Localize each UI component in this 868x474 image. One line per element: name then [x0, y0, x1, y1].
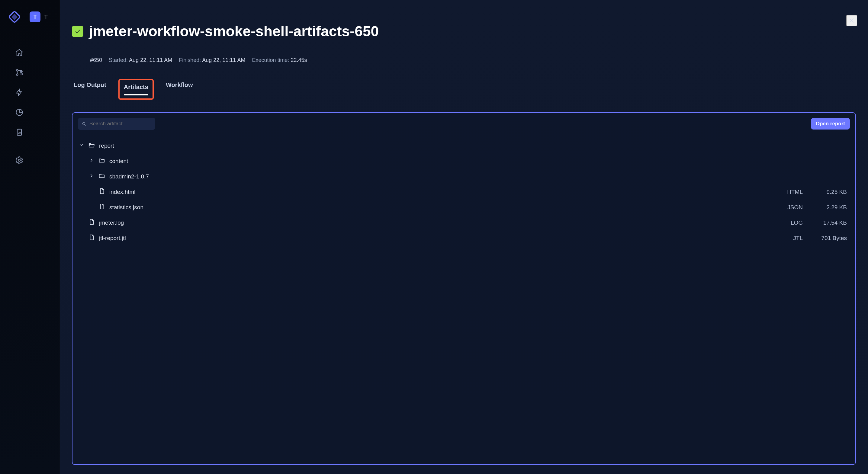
- file-type: JTL: [782, 235, 803, 242]
- tree-file[interactable]: statistics.json JSON 2.29 KB: [75, 201, 849, 214]
- chevron-spacer: [89, 205, 94, 210]
- file-type: LOG: [782, 220, 803, 226]
- modal-overlay: jmeter-workflow-smoke-shell-artifacts-65…: [60, 0, 868, 474]
- node-name: index.html: [109, 189, 135, 195]
- tree-folder[interactable]: content: [75, 155, 849, 167]
- run-number: #650: [90, 57, 102, 63]
- tree-folder[interactable]: sbadmin2-1.0.7: [75, 170, 849, 183]
- node-name: jtl-report.jtl: [99, 235, 126, 242]
- chevron-spacer: [89, 189, 94, 195]
- svg-rect-1: [11, 13, 18, 20]
- svg-point-8: [19, 159, 21, 161]
- artifacts-tree: report content sbadmin2-1.0.7 index.html…: [72, 135, 855, 248]
- nav-insights[interactable]: [11, 104, 28, 121]
- run-meta: #650 Started: Aug 22, 11:11 AM Finished:…: [90, 57, 856, 63]
- search-input[interactable]: [89, 121, 152, 127]
- folder-icon: [98, 172, 105, 181]
- tab-workflow[interactable]: Workflow: [164, 79, 194, 100]
- file-icon: [88, 219, 95, 227]
- run-details-sheet: jmeter-workflow-smoke-shell-artifacts-65…: [60, 0, 868, 474]
- nav-reports[interactable]: [11, 124, 28, 141]
- tree-file[interactable]: jtl-report.jtl JTL 701 Bytes: [75, 231, 849, 245]
- started-value: Aug 22, 11:11 AM: [129, 57, 172, 63]
- nav-home[interactable]: [11, 44, 28, 61]
- org-short: T: [44, 13, 48, 21]
- chevron-spacer: [79, 235, 84, 241]
- search-artifact[interactable]: [78, 118, 155, 130]
- nav-actions[interactable]: [11, 84, 28, 101]
- chevron-right-icon[interactable]: [89, 173, 94, 180]
- org-switcher[interactable]: T T: [30, 11, 48, 22]
- nav-settings[interactable]: [11, 152, 28, 169]
- open-report-button[interactable]: Open report: [811, 118, 850, 129]
- chevron-spacer: [79, 220, 84, 225]
- nav-branches[interactable]: [11, 64, 28, 81]
- node-name: statistics.json: [109, 204, 144, 211]
- file-icon: [88, 234, 95, 242]
- tree-file[interactable]: index.html HTML 9.25 KB: [75, 185, 849, 198]
- finished-label: Finished:: [179, 57, 201, 63]
- file-size: 2.29 KB: [814, 204, 847, 211]
- node-name: content: [109, 158, 128, 164]
- file-type: JSON: [782, 204, 803, 211]
- node-name: jmeter.log: [99, 220, 124, 226]
- artifacts-panel: Open report report content sbadmin2-1.0.…: [72, 112, 856, 465]
- file-size: 17.54 KB: [814, 220, 847, 226]
- modal-tabs: Log Output Artifacts Workflow: [72, 79, 856, 100]
- exec-value: 22.45s: [290, 57, 307, 63]
- chevron-down-icon[interactable]: [79, 142, 84, 149]
- node-name: report: [99, 143, 114, 149]
- org-badge: T: [30, 11, 40, 22]
- search-icon: [82, 121, 86, 126]
- status-success-icon: [72, 26, 83, 37]
- folder-icon: [98, 157, 105, 165]
- node-name: sbadmin2-1.0.7: [109, 173, 149, 180]
- file-type: HTML: [782, 189, 803, 195]
- tab-artifacts-highlight: Artifacts: [118, 79, 154, 100]
- brand-logo[interactable]: [6, 8, 23, 25]
- page-underlay: j core-te Overvie Sta: [60, 0, 868, 474]
- tree-folder[interactable]: report: [75, 139, 849, 152]
- svg-point-9: [83, 123, 85, 125]
- left-rail: T T: [0, 0, 60, 474]
- file-size: 701 Bytes: [814, 235, 847, 242]
- file-icon: [98, 188, 105, 196]
- tree-file[interactable]: jmeter.log LOG 17.54 KB: [75, 216, 849, 229]
- tab-log-output[interactable]: Log Output: [72, 79, 107, 100]
- close-button[interactable]: [846, 15, 857, 26]
- folder-open-icon: [88, 141, 95, 150]
- rail-separator: [16, 148, 51, 148]
- chevron-right-icon[interactable]: [89, 158, 94, 164]
- finished-value: Aug 22, 11:11 AM: [202, 57, 245, 63]
- file-size: 9.25 KB: [814, 189, 847, 195]
- exec-label: Execution time:: [252, 57, 289, 63]
- tab-artifacts[interactable]: Artifacts: [123, 81, 150, 93]
- svg-rect-7: [17, 129, 22, 135]
- started-label: Started:: [109, 57, 128, 63]
- run-title: jmeter-workflow-smoke-shell-artifacts-65…: [89, 23, 379, 39]
- file-icon: [98, 203, 105, 211]
